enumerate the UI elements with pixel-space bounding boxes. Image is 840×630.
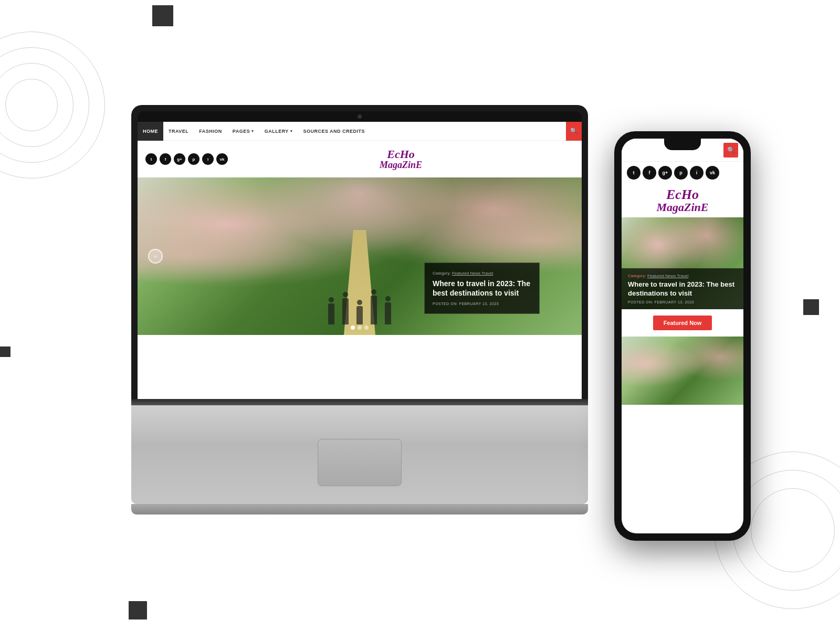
phone-social-twitter[interactable]: t (627, 166, 640, 180)
phone-second-image (622, 337, 743, 405)
phone-search-button[interactable]: 🔍 (723, 143, 738, 158)
phone-slide-category: Category: Featured News Travel (628, 274, 737, 278)
phone-social-instagram[interactable]: i (690, 166, 704, 180)
person-5 (385, 302, 391, 324)
slide-prev-arrow[interactable]: ‹‹ (148, 249, 163, 264)
pages-chevron-icon: ▾ (251, 129, 254, 133)
nav-item-fashion[interactable]: FASHION (194, 122, 227, 141)
slide-category: Category: Featured News Travel (433, 271, 531, 276)
phone-social-row: t f g+ p i vk (622, 162, 743, 184)
phone-brand-magazine: MagaZinE (622, 202, 743, 213)
slide-title: Where to travel in 2023: The best destin… (433, 279, 531, 298)
social-icon-instagram[interactable]: i (202, 153, 214, 165)
laptop-camera (358, 114, 362, 119)
brand-logo: EcHo MagaZinE (380, 149, 422, 170)
site-nav: HOME TRAVEL FASHION PAGES ▾ (138, 122, 582, 141)
phone-brand-logo: EcHo MagaZinE (622, 184, 743, 217)
nav-item-gallery[interactable]: GALLERY ▾ (259, 122, 298, 141)
phone-social-googleplus[interactable]: g+ (658, 166, 672, 180)
phone-slide-card: Category: Featured News Travel Where to … (622, 268, 743, 309)
laptop-screen-outer: HOME TRAVEL FASHION PAGES ▾ (131, 105, 588, 399)
people-silhouettes (328, 296, 391, 324)
phone-brand-echo: EcHo (622, 188, 743, 202)
laptop-device: HOME TRAVEL FASHION PAGES ▾ (131, 105, 588, 514)
phone-social-facebook[interactable]: f (643, 166, 656, 180)
slide-dots (351, 326, 369, 330)
nav-item-travel[interactable]: TRAVEL (163, 122, 194, 141)
person-2 (342, 298, 349, 324)
featured-now-button[interactable]: Featured Now (653, 316, 712, 330)
person-1 (328, 303, 334, 324)
social-icon-googleplus[interactable]: g+ (174, 153, 185, 165)
laptop-base (131, 399, 588, 514)
search-button[interactable]: 🔍 (566, 122, 582, 141)
phone-featured-now-section: Featured Now (622, 309, 743, 337)
social-icon-facebook[interactable]: f (160, 153, 171, 165)
devices-wrapper: HOME TRAVEL FASHION PAGES ▾ (105, 79, 735, 551)
phone-social-pinterest[interactable]: p (674, 166, 688, 180)
social-icon-vk[interactable]: vk (216, 153, 228, 165)
main-content: HOME TRAVEL FASHION PAGES ▾ (0, 0, 840, 630)
phone-outer: 🔍 t f g+ p i vk EcHo M (614, 131, 751, 541)
gallery-chevron-icon: ▾ (290, 129, 293, 133)
laptop-hinge (131, 399, 588, 405)
slide-dot-1[interactable] (351, 326, 355, 330)
phone-search-icon: 🔍 (727, 146, 735, 154)
person-3 (356, 306, 363, 324)
brand-name-magazine: MagaZinE (380, 160, 422, 170)
laptop-screen: HOME TRAVEL FASHION PAGES ▾ (138, 122, 582, 399)
slide-date: POSTED ON: FEBRUARY 13, 2023 (433, 302, 531, 306)
nav-item-pages[interactable]: PAGES ▾ (227, 122, 259, 141)
laptop-trackpad[interactable] (318, 439, 402, 486)
laptop-bezel: HOME TRAVEL FASHION PAGES ▾ (138, 111, 582, 399)
slide-category-links[interactable]: Featured News Travel (452, 271, 493, 276)
phone-screen: 🔍 t f g+ p i vk EcHo M (622, 139, 743, 533)
social-icons-row: t f g+ p i vk (145, 153, 228, 165)
phone-slide-title: Where to travel in 2023: The best destin… (628, 280, 737, 298)
nav-item-home[interactable]: HOME (138, 122, 163, 141)
slide-dot-3[interactable] (364, 326, 369, 330)
phone-category-links[interactable]: Featured News Travel (647, 274, 688, 278)
slide-dot-2[interactable] (358, 326, 362, 330)
social-icon-twitter[interactable]: t (145, 153, 157, 165)
search-icon: 🔍 (570, 128, 578, 134)
site-brand-area: t f g+ p i vk EcHo MagaZinE (138, 141, 582, 177)
laptop-keyboard-area (131, 405, 588, 504)
slide-card: Category: Featured News Travel Where to … (424, 262, 540, 314)
brand-name-echo: EcHo (380, 149, 422, 160)
nav-item-sources[interactable]: SOURCES AND CREDITS (298, 122, 370, 141)
phone-social-vk[interactable]: vk (706, 166, 719, 180)
phone-slide-date: POSTED ON: FEBRUARY 13, 2023 (628, 300, 737, 304)
social-icon-pinterest[interactable]: p (188, 153, 200, 165)
laptop-bottom-bar (131, 504, 588, 514)
phone-device: 🔍 t f g+ p i vk EcHo M (614, 131, 751, 541)
person-4 (371, 296, 377, 324)
arrow-left-icon: ‹‹ (154, 254, 158, 259)
phone-hero-slider: Category: Featured News Travel Where to … (622, 217, 743, 309)
phone-second-cherry-overlay (622, 337, 743, 405)
phone-notch (664, 139, 701, 150)
hero-slider: ‹‹ Category: (138, 177, 582, 335)
